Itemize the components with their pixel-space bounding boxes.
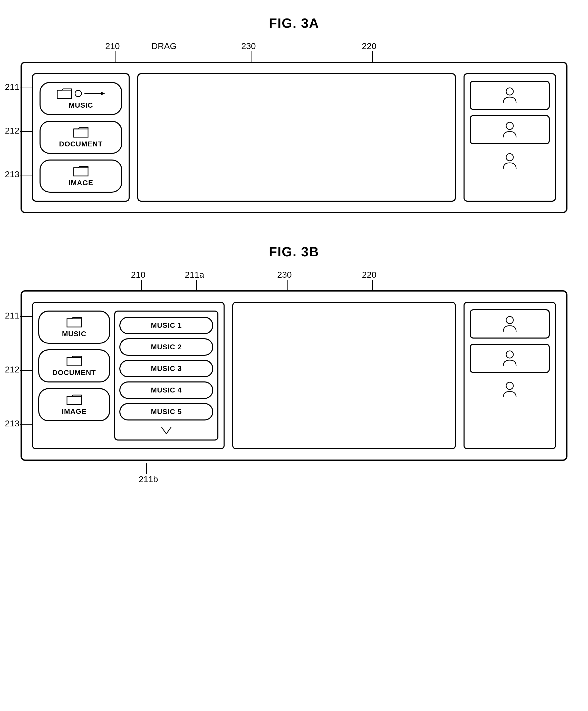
ref-210-3b: 210 bbox=[131, 270, 145, 280]
panel-210-3b: 211 212 213 MUSIC bbox=[32, 302, 225, 449]
down-arrow-icon bbox=[161, 427, 172, 434]
svg-point-6 bbox=[506, 317, 513, 324]
folder-music-3a[interactable]: MUSIC bbox=[40, 82, 122, 115]
panel-230-3a bbox=[137, 73, 456, 202]
svg-marker-1 bbox=[101, 92, 105, 95]
ref-213-3a: 213 bbox=[5, 169, 20, 179]
svg-point-8 bbox=[506, 382, 513, 389]
folder-document-3a[interactable]: DOCUMENT bbox=[40, 121, 122, 154]
ref-211a-3b: 211a bbox=[185, 270, 204, 280]
ref-220-3b: 220 bbox=[362, 270, 377, 280]
user-icon-1-3a bbox=[502, 86, 517, 104]
ref-drag: DRAG bbox=[152, 41, 177, 51]
ref-220-3a: 220 bbox=[362, 41, 377, 51]
submenu-panel-211a: MUSIC 1 MUSIC 2 MUSIC 3 MUSIC 4 MUSIC 5 bbox=[114, 310, 219, 440]
folder-label-music-3a: MUSIC bbox=[69, 101, 93, 109]
folder-icon-music-3a bbox=[57, 88, 72, 99]
user-item-2-3a bbox=[470, 115, 550, 144]
user-item-3-3b bbox=[470, 378, 550, 401]
fig3b-container: FIG. 3B 210 211a 230 220 211 212 213 bbox=[21, 244, 567, 484]
ref-212-3b: 212 bbox=[5, 365, 20, 374]
fig3a-container: FIG. 3A 210 DRAG 230 220 211 212 213 bbox=[21, 16, 567, 213]
folder-label-image-3b: IMAGE bbox=[62, 407, 87, 416]
ref-230-3b: 230 bbox=[277, 270, 292, 280]
svg-point-3 bbox=[506, 122, 513, 129]
ref-210-3a: 210 bbox=[105, 41, 120, 51]
folder-label-document-3b: DOCUMENT bbox=[52, 369, 96, 377]
folder-music-3b[interactable]: MUSIC bbox=[38, 310, 110, 344]
user-icon-3-3a bbox=[502, 152, 517, 170]
folder-label-music-3b: MUSIC bbox=[62, 330, 86, 338]
svg-marker-5 bbox=[161, 427, 172, 434]
ref-230-3a: 230 bbox=[241, 41, 256, 51]
folder-label-document-3a: DOCUMENT bbox=[59, 140, 103, 148]
submenu-item-2[interactable]: MUSIC 2 bbox=[119, 338, 213, 356]
submenu-item-4[interactable]: MUSIC 4 bbox=[119, 382, 213, 399]
ref-211-3b: 211 bbox=[5, 310, 20, 321]
svg-point-4 bbox=[506, 154, 513, 161]
ref-213-3b: 213 bbox=[5, 418, 20, 428]
user-item-2-3b bbox=[470, 344, 550, 373]
user-icon-3-3b bbox=[502, 381, 517, 398]
folder-icon-image-3a bbox=[73, 165, 89, 177]
submenu-item-5[interactable]: MUSIC 5 bbox=[119, 403, 213, 421]
drag-arrow-3a bbox=[85, 90, 105, 98]
scroll-down-indicator bbox=[119, 427, 213, 434]
fig3b-title: FIG. 3B bbox=[21, 244, 567, 259]
fig3a-outer-frame: 211 212 213 bbox=[21, 62, 567, 213]
user-icon-2-3a bbox=[502, 121, 517, 139]
folder-icon-image-3b bbox=[66, 394, 82, 405]
svg-point-2 bbox=[506, 88, 513, 95]
folder-document-3b[interactable]: DOCUMENT bbox=[38, 349, 110, 383]
user-item-1-3a bbox=[470, 81, 550, 110]
panel-220-3b bbox=[463, 302, 556, 449]
fig3a-title: FIG. 3A bbox=[21, 16, 567, 31]
ref-211-3a: 211 bbox=[5, 82, 20, 92]
user-icon-2-3b bbox=[502, 349, 517, 367]
panel-230-3b bbox=[232, 302, 456, 449]
folder-icon-document-3b bbox=[66, 355, 82, 367]
folder-label-image-3a: IMAGE bbox=[69, 179, 93, 187]
folder-image-3a[interactable]: IMAGE bbox=[40, 159, 122, 193]
svg-point-7 bbox=[506, 351, 513, 358]
ref-211b-3b: 211b bbox=[139, 474, 158, 484]
fig3b-outer-frame: 211 212 213 MUSIC bbox=[21, 290, 567, 461]
panel-220-3a bbox=[463, 73, 556, 202]
submenu-item-1[interactable]: MUSIC 1 bbox=[119, 317, 213, 334]
user-item-3-3a bbox=[470, 150, 550, 173]
user-icon-1-3b bbox=[502, 315, 517, 333]
submenu-item-3[interactable]: MUSIC 3 bbox=[119, 360, 213, 377]
panel-210-3a: 211 212 213 bbox=[32, 73, 130, 202]
user-item-1-3b bbox=[470, 309, 550, 339]
folder-icon-document-3a bbox=[73, 126, 89, 138]
folder-icon-music-3b bbox=[66, 316, 82, 328]
folder-image-3b[interactable]: IMAGE bbox=[38, 388, 110, 421]
folders-col-3b: MUSIC DOCUMENT IMAGE bbox=[38, 310, 110, 440]
ref-212-3a: 212 bbox=[5, 126, 20, 136]
